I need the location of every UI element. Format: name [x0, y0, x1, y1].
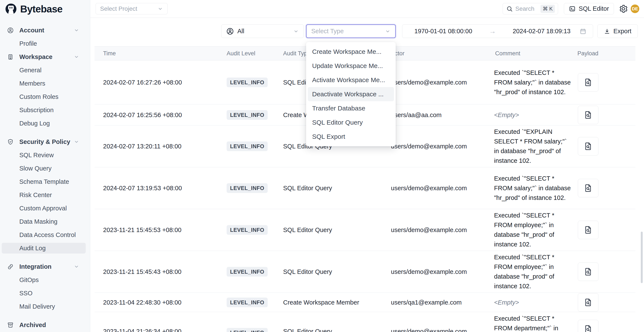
column-header-time: Time [103, 50, 116, 57]
sidebar-item-audit-log[interactable]: Audit Log [2, 243, 86, 254]
chevron-down-icon [385, 28, 390, 34]
sql-editor-button[interactable]: SQL Editor [564, 3, 614, 14]
audit-time: 2023-11-04 22:48:30 +08:00 [103, 299, 182, 306]
sidebar-item-label: Audit Log [19, 245, 46, 252]
sidebar-item-archived[interactable]: Archived [2, 320, 86, 330]
sidebar-item-account[interactable]: Account [2, 25, 86, 36]
audit-actor: users/demo@example.com [391, 79, 467, 86]
search-input[interactable]: Search ⌘ K [503, 3, 558, 14]
type-menu-item-create-workspace-me[interactable]: Create Workspace Me... [308, 45, 394, 59]
audit-comment: Executed `"SELECT * FROM salary;"` in da… [494, 174, 572, 203]
sidebar-item-label: GitOps [19, 276, 39, 284]
export-button[interactable]: Export [598, 24, 638, 38]
sidebar-item-slow-query[interactable]: Slow Query [2, 163, 86, 174]
file-search-icon [584, 183, 593, 193]
sidebar-item-schema-template[interactable]: Schema Template [2, 176, 86, 187]
sidebar-item-sql-review[interactable]: SQL Review [2, 150, 86, 161]
audit-level-cell: LEVEL_INFO [226, 142, 268, 151]
audit-comment: Executed `"SELECT * FROM employee;"` in … [494, 252, 572, 291]
audit-level-cell: LEVEL_INFO [226, 225, 268, 235]
file-search-icon [584, 298, 593, 307]
type-menu-item-sql-export[interactable]: SQL Export [308, 130, 394, 144]
sidebar-item-custom-roles[interactable]: Custom Roles [2, 91, 86, 102]
chevron-down-icon [293, 28, 299, 34]
audit-level-badge: LEVEL_INFO [226, 110, 268, 120]
brand[interactable]: Bytebase [0, 0, 90, 18]
audit-level-cell: LEVEL_INFO [226, 78, 268, 87]
sidebar-item-label: Archived [19, 322, 46, 329]
audit-level-cell: LEVEL_INFO [226, 110, 268, 120]
type-filter-dropdown[interactable]: Select Type [306, 24, 396, 38]
audit-log-row: 2023-11-04 21:26:34 +08:00LEVEL_INFOSQL … [94, 312, 636, 332]
payload-view-button[interactable] [578, 221, 598, 239]
chevron-down-icon [74, 264, 79, 269]
audit-level-badge: LEVEL_INFO [226, 183, 268, 193]
audit-type: SQL Editor Query [283, 268, 332, 275]
payload-view-button[interactable] [578, 106, 598, 124]
audit-actor: users/demo@example.com [391, 143, 467, 150]
sidebar-item-label: Risk Center [19, 191, 52, 199]
sidebar-item-custom-approval[interactable]: Custom Approval [2, 203, 86, 214]
audit-type: SQL Editor Query [283, 328, 332, 332]
audit-type: SQL Editor Query [283, 226, 332, 234]
vertical-scrollbar[interactable] [641, 232, 643, 283]
payload-view-button[interactable] [578, 73, 598, 92]
terminal-icon [569, 5, 576, 12]
sidebar-item-label: Data Access Control [19, 231, 76, 238]
audit-log-row: 2023-11-04 22:48:30 +08:00LEVEL_INFOCrea… [94, 293, 636, 312]
sidebar-item-members[interactable]: Members [2, 78, 86, 89]
sidebar-item-integration[interactable]: Integration [2, 261, 86, 272]
payload-view-button[interactable] [578, 137, 598, 156]
person-circle-icon [226, 27, 234, 35]
audit-level-cell: LEVEL_INFO [226, 183, 268, 193]
type-menu-item-activate-workspace-me[interactable]: Activate Workspace Me... [308, 73, 394, 87]
payload-view-button[interactable] [578, 263, 598, 281]
type-menu-item-update-workspace-me[interactable]: Update Workspace Me... [308, 59, 394, 73]
audit-time: 2023-11-21 15:45:53 +08:00 [103, 226, 182, 234]
payload-view-button[interactable] [578, 293, 598, 312]
file-search-icon [584, 324, 593, 332]
column-header-comment: Comment [495, 50, 520, 57]
audit-log-row: 2023-11-21 15:45:43 +08:00LEVEL_INFOSQL … [94, 251, 636, 293]
type-menu-item-transfer-database[interactable]: Transfer Database [308, 101, 394, 115]
payload-cell [578, 263, 598, 281]
sidebar-item-gitops[interactable]: GitOps [2, 275, 86, 285]
sidebar-item-data-masking[interactable]: Data Masking [2, 216, 86, 227]
arrow-right-icon: → [472, 27, 512, 35]
date-range-picker[interactable]: 1970-01-01 08:00:00 → 2024-02-07 18:09:1… [402, 24, 593, 38]
sidebar-item-workspace[interactable]: Workspace [2, 51, 86, 62]
type-menu-item-sql-editor-query[interactable]: SQL Editor Query [308, 115, 394, 130]
sidebar-item-sso[interactable]: SSO [2, 288, 86, 299]
payload-view-button[interactable] [578, 179, 598, 197]
user-avatar[interactable]: DE [631, 4, 639, 13]
sidebar-item-profile[interactable]: Profile [2, 38, 86, 49]
actor-filter-dropdown[interactable]: All [221, 24, 304, 38]
chevron-down-icon [74, 54, 79, 60]
date-range-end[interactable]: 2024-02-07 18:09:13 [513, 28, 570, 35]
type-menu-item-deactivate-workspace[interactable]: Deactivate Workspace ... [308, 87, 394, 101]
settings-gear-icon[interactable] [618, 4, 628, 14]
sidebar-item-subscription[interactable]: Subscription [2, 105, 86, 115]
audit-time: 2024-02-07 13:19:53 +08:00 [103, 185, 182, 192]
audit-level-badge: LEVEL_INFO [226, 225, 268, 235]
date-range-start[interactable]: 1970-01-01 08:00:00 [414, 28, 472, 35]
sidebar-item-general[interactable]: General [2, 65, 86, 75]
person-circle-icon [6, 26, 14, 34]
sidebar-item-security-policy[interactable]: Security & Policy [2, 136, 86, 147]
sidebar-item-label: Mail Delivery [19, 303, 55, 310]
archive-icon [6, 321, 14, 329]
select-project-dropdown[interactable]: Select Project [96, 3, 168, 14]
audit-comment: Executed `"EXPLAIN SELECT * FROM salary;… [494, 127, 572, 166]
sidebar-item-label: SQL Review [19, 152, 54, 159]
sidebar-item-data-access-control[interactable]: Data Access Control [2, 229, 86, 240]
payload-view-button[interactable] [578, 320, 598, 332]
sidebar-item-risk-center[interactable]: Risk Center [2, 190, 86, 200]
sidebar-item-mail-delivery[interactable]: Mail Delivery [2, 301, 86, 312]
sidebar-item-label: Subscription [19, 107, 54, 114]
audit-comment: Executed `"SELECT * FROM department;"` i… [494, 314, 572, 332]
audit-actor: users/demo@example.com [391, 328, 467, 332]
sidebar-item-debug-log[interactable]: Debug Log [2, 118, 86, 129]
calendar-icon [580, 28, 586, 35]
sidebar-item-label: Account [19, 27, 44, 34]
payload-cell [578, 73, 598, 92]
